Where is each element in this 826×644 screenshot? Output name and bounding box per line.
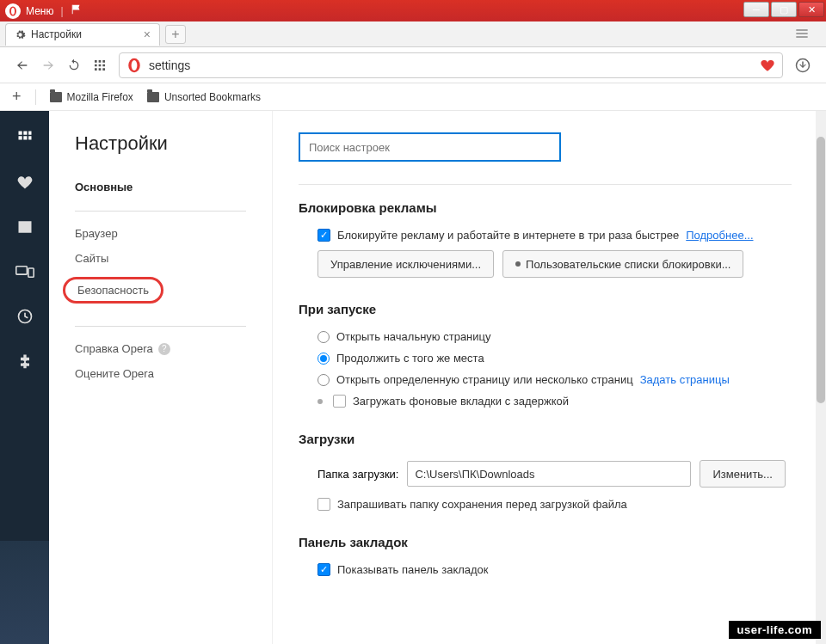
content-area: Настройки Основные Браузер Сайты Безопас… (0, 111, 826, 644)
checkbox-label: Блокируйте рекламу и работайте в интерне… (337, 229, 679, 242)
radio-unselected[interactable] (317, 374, 330, 386)
custom-lists-button[interactable]: Пользовательские списки блокировки... (502, 250, 743, 278)
tab-title: Настройки (31, 28, 82, 40)
titlebar-divider: | (60, 5, 63, 17)
help-icon: ? (158, 343, 170, 355)
nav-link-security[interactable]: Безопасность (63, 277, 163, 304)
checkbox-unchecked[interactable] (333, 395, 346, 408)
bookmark-folder-unsorted[interactable]: Unsorted Bookmarks (147, 91, 261, 103)
folder-icon (147, 92, 159, 102)
set-pages-link[interactable]: Задать страницы (640, 373, 730, 386)
startup-opt4: Загружать фоновые вкладки с задержкой (317, 395, 792, 408)
page-title: Настройки (75, 132, 246, 155)
bookmark-folder-firefox[interactable]: Mozilla Firefox (50, 91, 133, 103)
section-title: Загрузки (299, 432, 792, 446)
checkbox-checked[interactable]: ✓ (317, 563, 330, 576)
radio-selected[interactable] (317, 353, 330, 365)
download-ask-row: Запрашивать папку сохранения перед загру… (317, 498, 792, 511)
checkbox-label: Показывать панель закладок (337, 563, 489, 576)
section-title: Блокировка рекламы (299, 200, 792, 215)
settings-search-input[interactable] (299, 132, 561, 162)
maximize-button[interactable]: ▢ (771, 2, 797, 17)
adblock-more-link[interactable]: Подробнее... (686, 229, 753, 242)
change-path-button[interactable]: Изменить... (700, 460, 785, 488)
show-bookmarks-row: ✓ Показывать панель закладок (317, 563, 792, 576)
opera-url-icon (126, 58, 142, 73)
speed-dial-icon[interactable] (93, 58, 107, 72)
adblock-buttons: Управление исключениями... Пользовательс… (317, 250, 792, 278)
opera-logo-icon[interactable] (5, 3, 21, 19)
nav-link-sites[interactable]: Сайты (75, 252, 246, 265)
radio-unselected[interactable] (317, 331, 330, 343)
heart-icon[interactable] (760, 58, 775, 73)
svg-rect-7 (28, 268, 33, 277)
nav-divider (75, 326, 246, 327)
section-adblock: Блокировка рекламы ✓ Блокируйте рекламу … (299, 200, 792, 278)
sidebar-speed-dial-icon[interactable] (15, 128, 34, 147)
close-button[interactable]: ✕ (798, 2, 824, 17)
svg-point-1 (11, 8, 15, 15)
add-bookmark-button[interactable]: + (12, 88, 22, 106)
startup-opt1[interactable]: Открыть начальную страницу (317, 330, 792, 343)
download-label: Папка загрузки: (317, 468, 398, 481)
adblock-enable-row: ✓ Блокируйте рекламу и работайте в интер… (317, 229, 792, 242)
checkbox-label: Запрашивать папку сохранения перед загру… (337, 498, 627, 511)
download-path-row: Папка загрузки: Изменить... (317, 460, 792, 488)
tab-settings[interactable]: Настройки × (5, 23, 160, 46)
nav-divider (75, 211, 246, 212)
checkbox-checked[interactable]: ✓ (317, 229, 330, 242)
menu-button[interactable]: Меню (26, 5, 53, 17)
disabled-dot-icon (317, 399, 323, 404)
sidebar-news-icon[interactable] (15, 218, 34, 236)
window-controls: ─ ▢ ✕ (743, 2, 824, 17)
scrollbar[interactable] (816, 111, 826, 644)
checkbox-unchecked[interactable] (317, 498, 330, 511)
divider (299, 184, 792, 185)
startup-opt3[interactable]: Открыть определенную страницу или нескол… (317, 373, 792, 386)
bullet-icon (515, 261, 521, 267)
sidebar-sync-icon[interactable] (15, 262, 34, 281)
bookmark-label: Mozilla Firefox (67, 91, 133, 103)
window-titlebar: Меню | ─ ▢ ✕ (0, 0, 826, 21)
tab-menu-icon[interactable] (795, 27, 809, 42)
manage-exceptions-button[interactable]: Управление исключениями... (317, 250, 494, 278)
section-bookmarks-panel: Панель закладок ✓ Показывать панель закл… (299, 535, 792, 576)
nav-link-rate[interactable]: Оцените Opera (75, 367, 246, 380)
settings-navigation: Настройки Основные Браузер Сайты Безопас… (49, 111, 273, 644)
navigation-bar (0, 47, 826, 83)
forward-button[interactable] (41, 58, 55, 72)
watermark: user-life.com (729, 621, 821, 639)
back-button[interactable] (15, 58, 29, 72)
section-startup: При запуске Открыть начальную страницу П… (299, 302, 792, 408)
tab-close-icon[interactable]: × (144, 28, 151, 41)
scrollbar-thumb[interactable] (817, 137, 825, 403)
sidebar-wallpaper (0, 541, 49, 644)
address-bar[interactable] (119, 52, 783, 78)
downloads-icon[interactable] (795, 58, 811, 73)
svg-point-4 (132, 60, 138, 71)
section-title: При запуске (299, 302, 792, 316)
section-title: Панель закладок (299, 535, 792, 549)
minimize-button[interactable]: ─ (743, 2, 769, 17)
left-sidebar (0, 111, 49, 644)
svg-rect-6 (15, 267, 27, 274)
nav-link-help[interactable]: Справка Opera? (75, 342, 246, 355)
bookmark-separator (35, 89, 36, 105)
section-downloads: Загрузки Папка загрузки: Изменить... Зап… (299, 432, 792, 511)
svg-rect-2 (71, 5, 72, 15)
sidebar-heart-icon[interactable] (15, 173, 34, 192)
url-input[interactable] (149, 58, 753, 72)
nav-section-main[interactable]: Основные (75, 181, 246, 193)
reload-button[interactable] (67, 58, 81, 72)
nav-link-browser[interactable]: Браузер (75, 227, 246, 240)
gear-icon (15, 29, 26, 40)
new-tab-button[interactable]: + (165, 25, 186, 44)
flag-icon[interactable] (71, 3, 83, 18)
sidebar-extensions-icon[interactable] (15, 352, 34, 371)
download-path-input[interactable] (407, 461, 691, 487)
sidebar-history-icon[interactable] (15, 307, 34, 326)
startup-opt2[interactable]: Продолжить с того же места (317, 352, 792, 365)
folder-icon (50, 92, 62, 102)
bookmark-label: Unsorted Bookmarks (164, 91, 261, 103)
bookmarks-bar: + Mozilla Firefox Unsorted Bookmarks (0, 83, 826, 111)
